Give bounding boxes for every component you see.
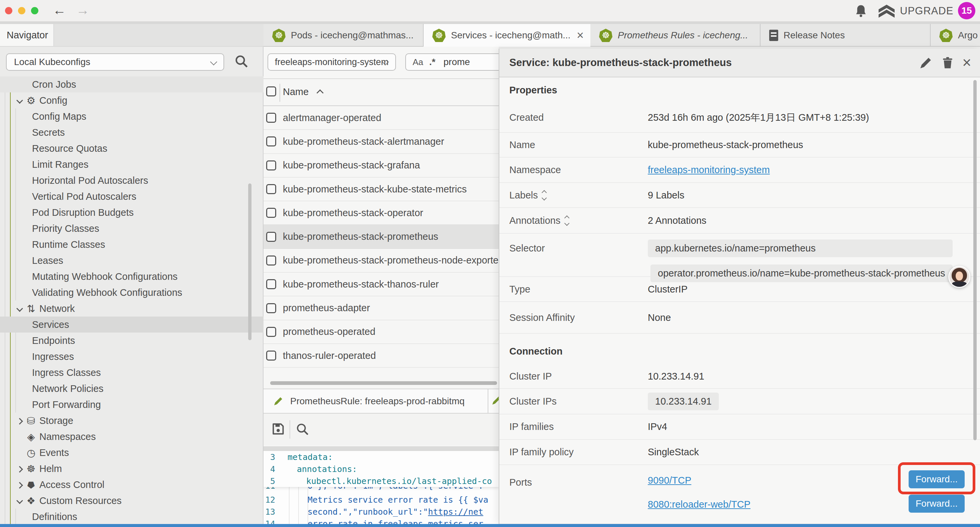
row-checkbox[interactable] [266,208,276,218]
yaml-editor[interactable]: 11 0"},"for":"1m","labels":{"service":" … [264,451,499,524]
expander-icon[interactable] [16,449,25,456]
sidebar-tree-item[interactable]: Secrets [0,124,264,140]
sidebar-tree-item[interactable]: Definitions [0,509,264,525]
sidebar-tree-item[interactable]: ☸ Helm [0,461,264,477]
notification-count-badge[interactable]: 15 [958,2,975,19]
editor-search-icon[interactable] [296,422,310,436]
sidebar-scrollbar[interactable] [248,183,251,340]
sidebar-tree-item[interactable]: Ingresses [0,349,264,365]
avatar[interactable] [948,266,970,288]
sidebar-tree-item[interactable]: Resource Quotas [0,140,264,156]
row-checkbox[interactable] [266,279,276,289]
row-checkbox[interactable] [266,137,276,146]
port-link-8080[interactable]: 8080:reloader-web/TCP [648,499,751,510]
expander-icon[interactable] [16,417,25,424]
sidebar-tree-item[interactable]: Cron Jobs [0,76,264,92]
notifications-bell-icon[interactable] [854,4,867,18]
sidebar-search-icon[interactable] [234,54,249,69]
close-icon[interactable]: × [963,53,971,72]
service-row[interactable]: kube-prometheus-stack-alertmanager [264,130,499,153]
service-row[interactable]: prometheus-operated [264,320,499,344]
namespace-filter-select[interactable]: freeleaps-monitoring-system [267,53,396,71]
row-checkbox[interactable] [266,161,276,170]
namespace-link[interactable]: freeleaps-monitoring-system [648,164,770,175]
sort-ascending-icon[interactable] [317,89,323,96]
service-row[interactable]: kube-prometheus-stack-prometheus [264,225,499,248]
sidebar-tree-item[interactable]: Port Forwarding [0,396,264,412]
sidebar-tree-item[interactable]: Mutating Webhook Configurations [0,269,264,285]
sidebar-tree-item[interactable]: Priority Classes [0,220,264,236]
row-checkbox[interactable] [266,255,276,266]
expander-icon[interactable] [16,481,25,488]
expand-collapse-icon[interactable] [565,216,569,225]
sidebar-tree-item[interactable]: Leases [0,253,264,269]
window-close-button[interactable] [5,7,12,14]
sidebar-tree-item[interactable]: Vertical Pod Autoscalers [0,188,264,204]
regex-toggle[interactable]: .* [429,57,436,67]
tab-close-icon[interactable]: × [577,29,584,42]
expander-icon[interactable] [16,465,25,472]
navigator-tab[interactable]: Navigator [0,24,54,46]
window-zoom-button[interactable] [31,7,38,14]
service-row[interactable]: kube-prometheus-stack-grafana [264,154,499,177]
kubeconfig-selector[interactable]: Local Kubeconfigs [6,53,224,71]
expander-icon[interactable] [16,497,25,504]
service-row[interactable]: kube-prometheus-stack-prometheus-node-ex… [264,249,499,272]
editor-tab-prometheusrule[interactable]: PrometheusRule: freeleaps-prod-rabbitmq [264,389,488,413]
expander-icon[interactable] [16,97,25,104]
row-checkbox[interactable] [266,113,276,123]
sidebar-tree-item[interactable]: ◷ Events [0,444,264,461]
sidebar-tree-item[interactable]: Services [0,317,264,333]
match-case-toggle[interactable]: Aa [413,57,423,67]
service-row[interactable]: alertmanager-operated [264,106,499,130]
service-row[interactable]: kube-prometheus-stack-operator [264,201,499,225]
row-checkbox[interactable] [266,303,276,313]
window-minimize-button[interactable] [18,7,25,14]
service-row[interactable]: prometheus-adapter [264,296,499,320]
expander-icon[interactable] [16,305,25,312]
sidebar-tree-item[interactable]: ⚙ Config [0,92,264,108]
tab-argo[interactable]: ☸ Argo Se [931,24,980,47]
sidebar-tree-item[interactable]: Runtime Classes [0,236,264,253]
save-icon[interactable] [271,422,286,436]
sidebar-tree-item[interactable]: ⛁ Storage [0,412,264,428]
editor-tab-partial[interactable] [488,389,499,413]
name-column-header[interactable]: Name [283,86,309,97]
row-checkbox[interactable] [266,232,276,242]
sidebar-tree-item[interactable]: ❖ Custom Resources [0,493,264,509]
runbook-url-link[interactable]: https://net [428,507,483,517]
sidebar-tree-item[interactable]: ⇅ Network [0,301,264,317]
upgrade-icon[interactable] [877,4,896,18]
sidebar-tree-item[interactable]: Validating Webhook Configurations [0,285,264,301]
horizontal-scrollbar[interactable] [270,381,497,385]
sidebar-tree-item[interactable]: Horizontal Pod Autoscalers [0,172,264,188]
list-search-input[interactable]: Aa .* prome [405,53,499,71]
sidebar-tree-item[interactable]: ⬟ Access Control [0,477,264,493]
tab-prometheus-rules[interactable]: ☸ Prometheus Rules - icecheng... [590,24,760,47]
port-link-9090[interactable]: 9090/TCP [648,475,692,486]
row-checkbox[interactable] [266,350,276,361]
service-row[interactable]: kube-prometheus-stack-kube-state-metrics [264,177,499,201]
tab-services[interactable]: ☸ Services - icecheng@math... × [424,24,590,47]
sidebar-tree-item[interactable]: Endpoints [0,333,264,349]
delete-icon[interactable] [941,56,955,70]
sidebar-tree-item[interactable]: Ingress Classes [0,365,264,381]
back-button[interactable]: ← [53,2,66,18]
sidebar-tree-item[interactable]: Config Maps [0,108,264,124]
sidebar-tree-item[interactable]: ◈ Namespaces [0,428,264,444]
select-all-checkbox[interactable] [266,86,276,96]
row-checkbox[interactable] [266,327,276,337]
upgrade-button[interactable]: UPGRADE [900,5,953,17]
expand-collapse-icon[interactable] [542,191,546,200]
tab-release-notes[interactable]: Release Notes [760,24,931,47]
sidebar-tree-item[interactable]: Network Policies [0,381,264,396]
row-checkbox[interactable] [266,184,276,194]
tab-pods[interactable]: ☸ Pods - icecheng@mathmas... [264,24,424,47]
service-row[interactable]: kube-prometheus-stack-thanos-ruler [264,272,499,296]
expander-icon[interactable] [16,433,25,440]
forward-button-8080[interactable]: Forward... [908,495,965,513]
detail-scrollbar[interactable] [973,80,977,440]
sidebar-tree-item[interactable]: Limit Ranges [0,156,264,172]
service-row[interactable]: thanos-ruler-operated [264,344,499,368]
sidebar-tree-item[interactable]: Pod Disruption Budgets [0,204,264,220]
